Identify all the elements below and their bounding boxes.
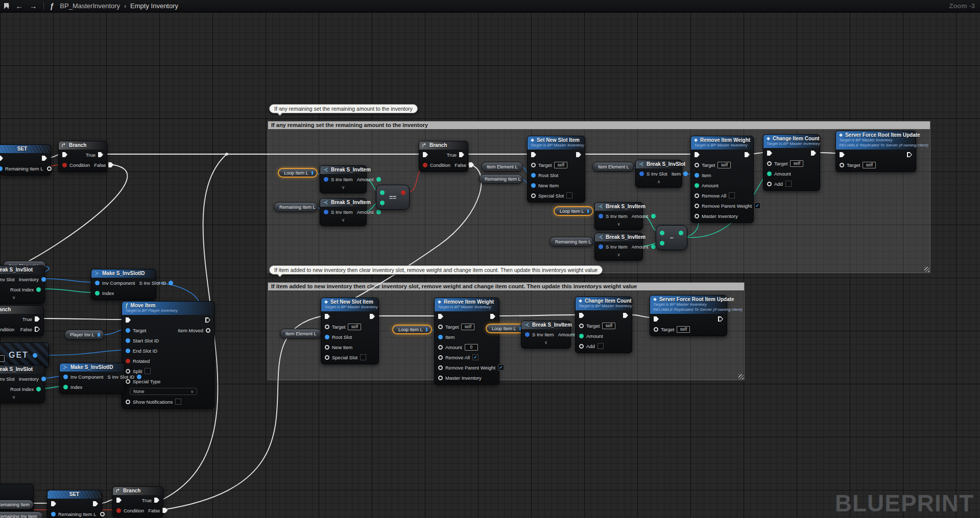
back-button[interactable]: ← [16, 2, 23, 10]
breadcrumb-separator-icon: › [124, 3, 126, 10]
toolbar-divider [43, 2, 44, 10]
breadcrumb: BP_MasterInventory › Empty Inventory [60, 2, 178, 10]
blueprint-toolbar: ▾ ← → ƒ BP_MasterInventory › Empty Inven… [0, 0, 980, 12]
tooltip-bubble-2: If item added to new inventory then clea… [269, 265, 603, 275]
bookmark-button[interactable]: ▾ [4, 3, 10, 9]
breadcrumb-root[interactable]: BP_MasterInventory [60, 2, 120, 10]
function-icon: ƒ [50, 2, 54, 10]
tooltips-layer: If any remaining set the remaining amoun… [0, 0, 980, 518]
bookmark-icon [4, 3, 9, 9]
breadcrumb-current[interactable]: Empty Inventory [130, 2, 178, 10]
tooltip-bubble-1: If any remaining set the remaining amoun… [269, 104, 418, 113]
zoom-level-label: Zoom -3 [949, 2, 975, 10]
forward-button[interactable]: → [30, 2, 37, 10]
